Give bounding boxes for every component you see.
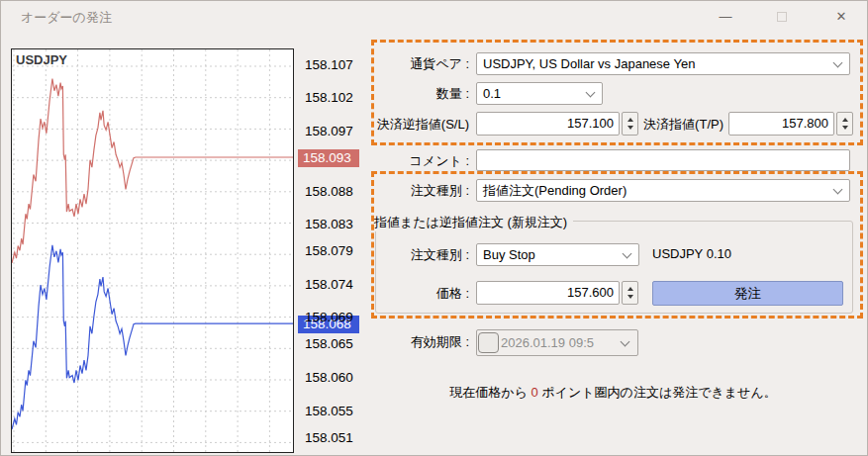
spin-up-icon	[842, 118, 848, 122]
chart-area: USDJPY 158.093 158.068 158.107158.102158…	[11, 48, 357, 453]
symbol-select[interactable]: USDJPY, US Dollar vs Japanese Yen	[476, 52, 850, 75]
price-input[interactable]: 157.600	[476, 281, 620, 305]
price-tick: 158.079	[305, 243, 353, 258]
window-title: オーダーの発注	[21, 9, 112, 27]
chevron-down-icon	[586, 88, 596, 98]
order-type-label: 注文種別 :	[357, 182, 469, 200]
tick-chart: USDJPY	[11, 48, 294, 453]
comment-label: コメント :	[357, 152, 469, 170]
warning-points-value: 0	[531, 385, 538, 400]
take-profit-field: 157.800	[728, 112, 853, 136]
price-field: 157.600	[476, 281, 638, 305]
spin-down-icon	[842, 126, 848, 130]
stop-loss-field: 157.100	[476, 112, 638, 136]
price-stepper[interactable]	[622, 281, 638, 305]
price-tick: 158.102	[305, 90, 353, 105]
order-dialog: オーダーの発注 — ✕ USDJPY 158.093 158.068 158.1…	[0, 0, 868, 456]
expiry-value: 2026.01.19 09:5	[499, 335, 622, 350]
comment-input[interactable]	[476, 149, 850, 171]
bid-line	[12, 245, 293, 429]
volume-summary-text: USDJPY 0.10	[652, 246, 731, 261]
price-tick: 158.055	[305, 404, 353, 418]
maximize-icon	[777, 12, 787, 22]
titlebar: オーダーの発注 — ✕	[1, 1, 867, 33]
symbol-select-value: USDJPY, US Dollar vs Japanese Yen	[483, 56, 695, 71]
take-profit-input[interactable]: 157.800	[728, 112, 834, 136]
stop-loss-label: 決済逆指値(S/L)	[357, 116, 469, 134]
price-tick: 158.088	[305, 184, 353, 199]
expiry-label: 有効期限 :	[357, 333, 469, 351]
ask-line	[12, 79, 293, 263]
chevron-down-icon	[621, 336, 630, 346]
price-label: 価格 :	[357, 285, 469, 303]
price-tick: 158.060	[305, 370, 353, 385]
order-type-select-value: 指値注文(Pending Order)	[483, 183, 627, 198]
price-tick: 158.107	[305, 57, 353, 72]
volume-label: 数量 :	[357, 85, 469, 103]
close-button[interactable]: ✕	[826, 5, 856, 29]
pending-order-group-title: 指値または逆指値注文 (新規注文)	[374, 214, 573, 231]
price-tick: 158.074	[305, 277, 353, 292]
expiry-control[interactable]: 2026.01.19 09:5	[476, 329, 638, 356]
price-tick: 158.083	[305, 217, 353, 231]
chevron-down-icon	[623, 249, 632, 259]
chevron-down-icon	[833, 185, 843, 195]
chart-canvas	[12, 49, 293, 452]
minimize-icon: —	[720, 9, 732, 24]
pending-type-label: 注文種別 :	[357, 246, 469, 264]
spin-up-icon	[627, 287, 633, 291]
symbol-label: 通貨ペア :	[357, 55, 469, 73]
ask-price-label: 158.093	[298, 149, 359, 167]
chevron-down-icon	[833, 58, 843, 68]
close-icon: ✕	[836, 9, 847, 24]
volume-select-value: 0.1	[483, 86, 501, 101]
expiry-checkbox[interactable]	[478, 332, 499, 353]
place-order-button[interactable]: 発注	[652, 281, 843, 306]
minimize-button[interactable]: —	[711, 5, 740, 29]
order-type-select[interactable]: 指値注文(Pending Order)	[476, 179, 850, 202]
order-form: 通貨ペア : USDJPY, US Dollar vs Japanese Yen…	[357, 33, 868, 456]
pending-type-select-value: Buy Stop	[483, 247, 535, 262]
take-profit-stepper[interactable]	[836, 112, 853, 136]
price-tick: 158.051	[305, 430, 353, 445]
spin-down-icon	[627, 295, 633, 299]
warning-text-before: 現在価格から	[449, 385, 530, 400]
take-profit-label: 決済指値(T/P)	[617, 116, 723, 134]
warning-message: 現在価格から 0 ポイント圏内の注文は発注できません。	[357, 384, 868, 402]
price-tick: 158.065	[305, 336, 353, 351]
pending-type-select[interactable]: Buy Stop	[476, 243, 639, 266]
chart-symbol-label: USDJPY	[16, 52, 67, 67]
stop-loss-input[interactable]: 157.100	[476, 112, 620, 136]
volume-select[interactable]: 0.1	[476, 82, 603, 105]
warning-text-after: ポイント圏内の注文は発注できません。	[538, 385, 777, 400]
price-tick: 158.097	[305, 124, 353, 138]
price-tick: 158.069	[305, 310, 353, 324]
maximize-button[interactable]	[767, 5, 797, 29]
